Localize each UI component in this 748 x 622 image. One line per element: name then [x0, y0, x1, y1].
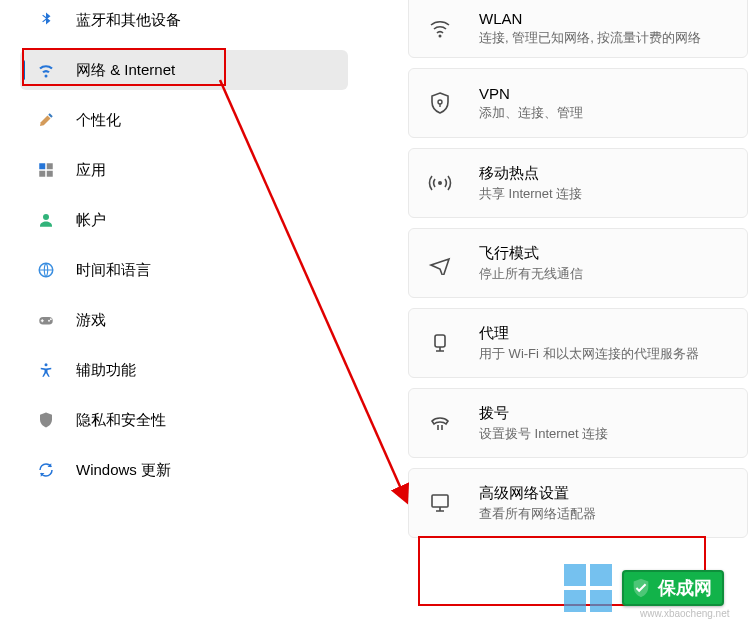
person-icon: [36, 210, 56, 230]
sidebar-item-label: 游戏: [76, 311, 106, 330]
sidebar-item-gaming[interactable]: 游戏: [20, 300, 348, 340]
svg-rect-2: [39, 171, 45, 177]
tile-vpn[interactable]: VPN 添加、连接、管理: [408, 68, 748, 138]
svg-rect-3: [47, 171, 53, 177]
sidebar-item-label: 隐私和安全性: [76, 411, 166, 430]
tile-hotspot[interactable]: 移动热点 共享 Internet 连接: [408, 148, 748, 218]
wifi-icon: [427, 15, 453, 41]
tile-subtitle: 添加、连接、管理: [479, 104, 583, 122]
sidebar-item-label: 帐户: [76, 211, 106, 230]
tile-subtitle: 连接, 管理已知网络, 按流量计费的网络: [479, 29, 701, 47]
sidebar-item-bluetooth[interactable]: 蓝牙和其他设备: [20, 0, 348, 40]
svg-point-9: [45, 363, 48, 366]
svg-point-4: [43, 214, 49, 220]
tile-advanced-network[interactable]: 高级网络设置 查看所有网络适配器: [408, 468, 748, 538]
airplane-icon: [427, 250, 453, 276]
wifi-icon: [36, 60, 56, 80]
brush-icon: [36, 110, 56, 130]
sidebar-item-label: 辅助功能: [76, 361, 136, 380]
hotspot-icon: [427, 170, 453, 196]
proxy-icon: [427, 330, 453, 356]
tile-subtitle: 停止所有无线通信: [479, 265, 583, 283]
tile-dialup[interactable]: 拨号 设置拨号 Internet 连接: [408, 388, 748, 458]
tile-title: 拨号: [479, 404, 608, 423]
svg-rect-0: [39, 163, 45, 169]
bluetooth-icon: [36, 10, 56, 30]
apps-icon: [36, 160, 56, 180]
sidebar-item-windows-update[interactable]: Windows 更新: [20, 450, 348, 490]
tile-title: 高级网络设置: [479, 484, 596, 503]
sync-icon: [36, 460, 56, 480]
tile-subtitle: 设置拨号 Internet 连接: [479, 425, 608, 443]
settings-sidebar: 蓝牙和其他设备 网络 & Internet 个性化 应用 帐户: [0, 0, 358, 622]
sidebar-item-label: Windows 更新: [76, 461, 171, 480]
svg-point-12: [438, 181, 442, 185]
tile-title: 飞行模式: [479, 244, 583, 263]
tile-subtitle: 查看所有网络适配器: [479, 505, 596, 523]
sidebar-item-accessibility[interactable]: 辅助功能: [20, 350, 348, 390]
sidebar-item-time-language[interactable]: 时间和语言: [20, 250, 348, 290]
sidebar-item-accounts[interactable]: 帐户: [20, 200, 348, 240]
sidebar-item-apps[interactable]: 应用: [20, 150, 348, 190]
svg-rect-13: [435, 335, 445, 347]
tile-airplane[interactable]: 飞行模式 停止所有无线通信: [408, 228, 748, 298]
sidebar-item-label: 蓝牙和其他设备: [76, 11, 181, 30]
tile-title: WLAN: [479, 10, 701, 27]
sidebar-item-network[interactable]: 网络 & Internet: [20, 50, 348, 90]
tile-subtitle: 用于 Wi-Fi 和以太网连接的代理服务器: [479, 345, 699, 363]
tile-title: VPN: [479, 85, 583, 102]
sidebar-item-label: 应用: [76, 161, 106, 180]
tile-proxy[interactable]: 代理 用于 Wi-Fi 和以太网连接的代理服务器: [408, 308, 748, 378]
tile-subtitle: 共享 Internet 连接: [479, 185, 582, 203]
sidebar-item-label: 个性化: [76, 111, 121, 130]
settings-main-panel: WLAN 连接, 管理已知网络, 按流量计费的网络 VPN 添加、连接、管理 移…: [358, 0, 748, 622]
accessibility-icon: [36, 360, 56, 380]
sidebar-item-label: 时间和语言: [76, 261, 151, 280]
svg-point-10: [439, 35, 442, 38]
tile-title: 代理: [479, 324, 699, 343]
sidebar-item-label: 网络 & Internet: [76, 61, 175, 80]
svg-rect-1: [47, 163, 53, 169]
svg-rect-14: [432, 495, 448, 507]
svg-point-8: [50, 318, 52, 320]
svg-point-11: [438, 100, 442, 104]
svg-point-7: [48, 320, 50, 322]
vpn-shield-icon: [427, 90, 453, 116]
gamepad-icon: [36, 310, 56, 330]
dialup-icon: [427, 410, 453, 436]
monitor-icon: [427, 490, 453, 516]
sidebar-item-personalization[interactable]: 个性化: [20, 100, 348, 140]
shield-icon: [36, 410, 56, 430]
globe-icon: [36, 260, 56, 280]
sidebar-item-privacy[interactable]: 隐私和安全性: [20, 400, 348, 440]
tile-wlan[interactable]: WLAN 连接, 管理已知网络, 按流量计费的网络: [408, 0, 748, 58]
tile-title: 移动热点: [479, 164, 582, 183]
